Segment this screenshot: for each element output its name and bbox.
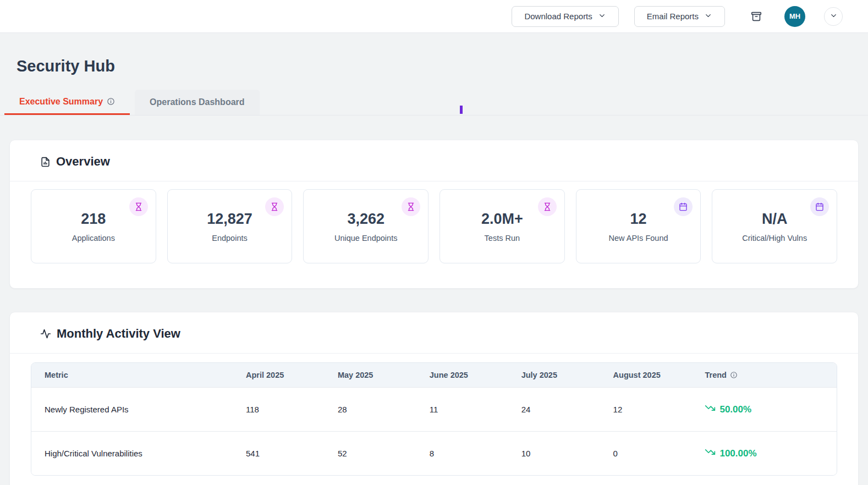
hourglass-icon (129, 197, 148, 216)
stat-value: N/A (762, 211, 788, 228)
hourglass-icon (402, 197, 420, 216)
trend-cell: 100.00% (691, 431, 837, 475)
value-cell: 12 (600, 387, 692, 431)
email-reports-button[interactable]: Email Reports (634, 6, 725, 27)
column-header-april: April 2025 (233, 363, 325, 387)
account-chevron-button[interactable] (824, 7, 843, 26)
avatar[interactable]: MH (784, 6, 805, 27)
hourglass-icon (265, 197, 284, 216)
info-icon[interactable] (730, 371, 738, 379)
email-reports-label: Email Reports (647, 12, 699, 21)
value-cell: 52 (325, 431, 416, 475)
overview-card-header: Overview (10, 140, 858, 181)
value-cell: 11 (416, 387, 508, 431)
monthly-activity-card: Monthly Activity View Metric April 2025 … (9, 312, 859, 485)
stat-card-unique-endpoints: 3,262 Unique Endpoints (303, 189, 428, 263)
value-cell: 28 (325, 387, 416, 431)
page-body: Security Hub Executive Summary Operation… (0, 33, 868, 485)
stat-card-tests-run: 2.0M+ Tests Run (440, 189, 565, 263)
avatar-initials: MH (789, 12, 800, 20)
monthly-activity-card-header: Monthly Activity View (10, 312, 858, 354)
value-cell: 8 (416, 431, 508, 475)
metric-cell: Newly Registered APIs (31, 387, 233, 431)
calendar-icon (810, 197, 829, 216)
trending-down-icon (705, 447, 716, 460)
page-title: Security Hub (17, 57, 868, 75)
value-cell: 10 (508, 431, 600, 475)
table-row: Newly Registered APIs 118 28 11 24 12 50… (31, 387, 837, 431)
stat-label: Applications (72, 234, 115, 242)
trending-down-icon (705, 403, 716, 416)
stat-label: New APIs Found (609, 234, 668, 242)
tab-operations-dashboard-label: Operations Dashboard (150, 97, 244, 107)
download-reports-label: Download Reports (524, 12, 592, 21)
monthly-activity-title: Monthly Activity View (57, 327, 180, 341)
value-cell: 541 (233, 431, 325, 475)
stat-value: 3,262 (347, 211, 384, 228)
purple-caret-indicator (460, 106, 463, 114)
tab-bar: Executive Summary Operations Dashboard (0, 90, 868, 115)
overview-card: Overview 218 Applications 12,827 Endpoin… (9, 140, 859, 289)
column-header-trend: Trend (691, 363, 837, 387)
hourglass-icon (538, 197, 557, 216)
download-reports-button[interactable]: Download Reports (512, 6, 618, 27)
trend-value: 100.00% (719, 448, 756, 459)
value-cell: 24 (508, 387, 600, 431)
column-header-august: August 2025 (600, 363, 692, 387)
table-row: High/Critical Vulnerabilities 541 52 8 1… (31, 431, 837, 475)
column-header-july: July 2025 (508, 363, 600, 387)
stat-card-applications: 218 Applications (31, 189, 156, 263)
metric-cell: High/Critical Vulnerabilities (31, 431, 233, 475)
monthly-activity-table-wrap: Metric April 2025 May 2025 June 2025 Jul… (10, 354, 858, 485)
trend-value: 50.00% (719, 404, 751, 415)
monthly-activity-table: Metric April 2025 May 2025 June 2025 Jul… (31, 362, 837, 476)
stat-label: Unique Endpoints (334, 234, 397, 242)
overview-title: Overview (56, 155, 110, 169)
trend-cell: 50.00% (691, 387, 837, 431)
trend-header-label: Trend (705, 371, 726, 379)
value-cell: 118 (233, 387, 325, 431)
tab-executive-summary-label: Executive Summary (19, 97, 103, 107)
table-header-row: Metric April 2025 May 2025 June 2025 Jul… (31, 363, 837, 387)
activity-icon (40, 328, 51, 339)
chevron-down-icon (829, 12, 838, 21)
column-header-june: June 2025 (416, 363, 508, 387)
stats-row: 218 Applications 12,827 Endpoints 3,262 … (10, 181, 858, 288)
chevron-down-icon (598, 12, 606, 21)
stat-label: Critical/High Vulns (742, 234, 807, 242)
topbar: Download Reports Email Reports MH (0, 0, 868, 33)
tab-operations-dashboard[interactable]: Operations Dashboard (135, 90, 259, 115)
archive-icon[interactable] (750, 10, 762, 23)
stat-label: Tests Run (485, 234, 520, 242)
column-header-may: May 2025 (325, 363, 416, 387)
chevron-down-icon (704, 12, 712, 21)
stat-value: 12 (630, 211, 647, 228)
stat-card-critical-high-vulns: N/A Critical/High Vulns (712, 189, 837, 263)
value-cell: 0 (600, 431, 692, 475)
stat-value: 12,827 (207, 211, 252, 228)
stat-value: 2.0M+ (481, 211, 523, 228)
stat-value: 218 (81, 211, 106, 228)
column-header-metric: Metric (31, 363, 233, 387)
calendar-icon (674, 197, 693, 216)
stat-card-endpoints: 12,827 Endpoints (167, 189, 293, 263)
file-chart-icon (40, 157, 51, 167)
tab-executive-summary[interactable]: Executive Summary (4, 90, 130, 115)
stat-card-new-apis-found: 12 New APIs Found (576, 189, 701, 263)
info-icon[interactable] (107, 97, 115, 106)
stat-label: Endpoints (212, 234, 248, 242)
